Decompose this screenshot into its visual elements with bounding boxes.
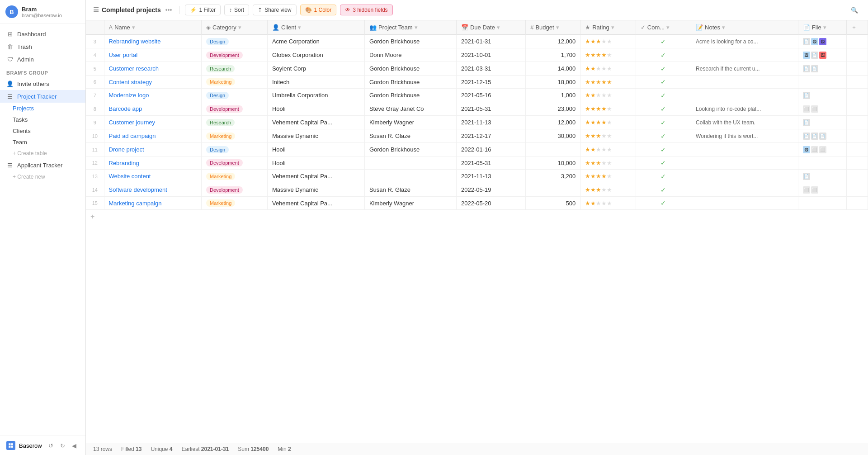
cell-category[interactable]: Development (202, 48, 268, 62)
sidebar-group-clients[interactable]: Clients (0, 125, 85, 137)
filter-button[interactable]: ⚡ 1 Filter (185, 5, 221, 15)
cell-due-date[interactable]: 2022-01-16 (456, 143, 525, 156)
cell-team[interactable] (364, 156, 456, 170)
color-button[interactable]: 🎨 1 Color (300, 5, 337, 15)
share-button[interactable]: ⇡ Share view (253, 5, 296, 15)
cell-completed[interactable]: ✓ (636, 143, 691, 156)
cell-team[interactable]: Susan R. Glaze (364, 129, 456, 143)
sidebar-item-dashboard[interactable]: ⊞ Dashboard (0, 28, 85, 40)
cell-client[interactable]: Globex Corporation (267, 48, 364, 62)
cell-completed[interactable]: ✓ (636, 116, 691, 129)
cell-budget[interactable]: 12,000 (526, 35, 580, 48)
cell-due-date[interactable]: 2022-05-20 (456, 197, 525, 210)
search-button[interactable]: 🔍 (848, 4, 861, 16)
cell-team[interactable]: Gordon Brickhouse (364, 143, 456, 156)
cell-due-date[interactable]: 2021-11-13 (456, 170, 525, 183)
cell-budget[interactable]: 10,000 (526, 156, 580, 170)
cell-completed[interactable]: ✓ (636, 129, 691, 143)
cell-category[interactable]: Research (202, 116, 268, 129)
cell-name[interactable]: Drone project (104, 143, 202, 156)
cell-team[interactable]: Gordon Brickhouse (364, 35, 456, 48)
more-options-icon[interactable]: ••• (164, 5, 174, 14)
cell-notes[interactable] (691, 143, 798, 156)
hidden-fields-button[interactable]: 👁 3 hidden fields (340, 5, 392, 15)
cell-rating[interactable]: ★★★★★ (580, 102, 636, 116)
cell-notes[interactable]: Looking into no-code plat... (691, 102, 798, 116)
add-column-button[interactable]: + (847, 20, 868, 35)
cell-client[interactable]: Vehement Capital Pa... (267, 116, 364, 129)
cell-rating[interactable]: ★★★★★ (580, 143, 636, 156)
cell-budget[interactable]: 23,000 (526, 102, 580, 116)
cell-category[interactable]: Development (202, 102, 268, 116)
cell-name[interactable]: User portal (104, 48, 202, 62)
collapse-button[interactable]: ◀ (69, 441, 79, 450)
cell-file[interactable]: 📄 (798, 89, 846, 102)
cell-file[interactable]: 🖼📄🖼 (798, 48, 846, 62)
cell-category[interactable]: Marketing (202, 170, 268, 183)
col-budget[interactable]: # Budget ▾ (526, 20, 580, 35)
cell-completed[interactable]: ✓ (636, 156, 691, 170)
cell-name[interactable]: Paid ad campaign (104, 129, 202, 143)
cell-file[interactable]: 📄 (798, 116, 846, 129)
cell-budget[interactable]: 14,000 (526, 62, 580, 76)
sidebar-item-applicant-tracker[interactable]: ☰ Applicant Tracker (0, 159, 85, 171)
col-category[interactable]: ◈ Category ▾ (202, 20, 268, 35)
cell-completed[interactable]: ✓ (636, 183, 691, 197)
cell-file[interactable]: 📄📄📄 (798, 129, 846, 143)
cell-client[interactable]: Hooli (267, 156, 364, 170)
cell-file[interactable]: ⬜⬜ (798, 183, 846, 197)
sidebar-item-admin[interactable]: 🛡 Admin (0, 53, 85, 66)
cell-notes[interactable] (691, 89, 798, 102)
cell-category[interactable]: Design (202, 89, 268, 102)
cell-team[interactable]: Gordon Brickhouse (364, 76, 456, 89)
cell-category[interactable]: Marketing (202, 129, 268, 143)
cell-completed[interactable]: ✓ (636, 76, 691, 89)
cell-notes[interactable] (691, 170, 798, 183)
cell-category[interactable]: Research (202, 62, 268, 76)
cell-client[interactable]: Hooli (267, 143, 364, 156)
sidebar-item-invite[interactable]: 👤 Invite others (0, 77, 85, 90)
cell-rating[interactable]: ★★★★★ (580, 35, 636, 48)
add-row-button[interactable]: + (86, 210, 868, 223)
sidebar-group-team[interactable]: Team (0, 137, 85, 148)
cell-category[interactable]: Design (202, 143, 268, 156)
cell-rating[interactable]: ★★★★★ (580, 89, 636, 102)
sidebar-item-trash[interactable]: 🗑 Trash (0, 40, 85, 53)
cell-client[interactable]: Soylent Corp (267, 62, 364, 76)
create-new-link[interactable]: + Create new (0, 171, 85, 182)
cell-completed[interactable]: ✓ (636, 197, 691, 210)
cell-rating[interactable]: ★★★★★ (580, 170, 636, 183)
cell-rating[interactable]: ★★★★★ (580, 129, 636, 143)
cell-due-date[interactable]: 2021-05-31 (456, 156, 525, 170)
cell-rating[interactable]: ★★★★★ (580, 183, 636, 197)
cell-budget[interactable]: 3,200 (526, 170, 580, 183)
cell-name[interactable]: Barcode app (104, 102, 202, 116)
col-name[interactable]: A Name ▾ (104, 20, 202, 35)
cell-notes[interactable] (691, 76, 798, 89)
cell-team[interactable] (364, 170, 456, 183)
col-notes[interactable]: 📝 Notes ▾ (691, 20, 798, 35)
cell-notes[interactable]: Wondering if this is wort... (691, 129, 798, 143)
sidebar-group-projects[interactable]: Projects (0, 103, 85, 114)
cell-due-date[interactable]: 2021-10-01 (456, 48, 525, 62)
cell-name[interactable]: Software development (104, 183, 202, 197)
cell-team[interactable]: Susan R. Glaze (364, 183, 456, 197)
cell-team[interactable]: Gordon Brickhouse (364, 89, 456, 102)
cell-client[interactable]: Acme Corporation (267, 35, 364, 48)
cell-name[interactable]: Customer journey (104, 116, 202, 129)
cell-name[interactable]: Rebranding (104, 156, 202, 170)
cell-completed[interactable]: ✓ (636, 170, 691, 183)
cell-category[interactable]: Development (202, 156, 268, 170)
cell-budget[interactable]: 18,000 (526, 76, 580, 89)
cell-client[interactable]: Vehement Capital Pa... (267, 197, 364, 210)
cell-budget[interactable] (526, 183, 580, 197)
cell-name[interactable]: Rebranding website (104, 35, 202, 48)
cell-budget[interactable]: 1,000 (526, 89, 580, 102)
cell-due-date[interactable]: 2021-12-15 (456, 76, 525, 89)
cell-rating[interactable]: ★★★★★ (580, 197, 636, 210)
cell-budget[interactable]: 500 (526, 197, 580, 210)
cell-due-date[interactable]: 2021-11-13 (456, 116, 525, 129)
cell-file[interactable]: 📄🖼🖼 (798, 35, 846, 48)
col-client[interactable]: 👤 Client ▾ (267, 20, 364, 35)
cell-client[interactable]: Vehement Capital Pa... (267, 170, 364, 183)
